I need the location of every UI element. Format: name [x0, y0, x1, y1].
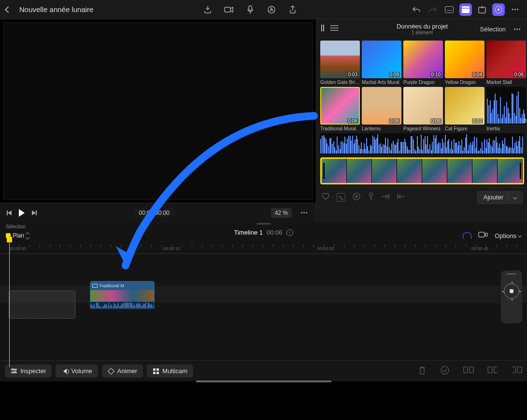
split-button[interactable]	[463, 365, 474, 377]
effects-browser-button[interactable]	[476, 3, 488, 16]
captions-icon	[445, 6, 454, 13]
clip-name: Purple Dragon	[403, 80, 443, 85]
clip-thumbnail: 0:03	[320, 41, 360, 78]
zoom-level[interactable]: 42 %	[271, 208, 292, 218]
primary-storyline-track	[0, 286, 527, 303]
ellipsis-icon	[301, 212, 307, 213]
browser-more-button[interactable]	[511, 23, 523, 35]
chevron-down-icon	[513, 195, 517, 199]
clip-thumbnail: 0:08	[403, 87, 443, 125]
svg-rect-1	[249, 6, 252, 11]
clip-thumbnail: 0:06	[486, 41, 526, 78]
captions-button[interactable]	[443, 3, 456, 16]
viewer-panel: 00:00:00:00 42 %	[0, 19, 316, 222]
redo-button[interactable]	[427, 3, 439, 16]
play-button[interactable]	[18, 210, 25, 216]
sliders-icon	[11, 369, 17, 373]
enable-disable-button[interactable]	[440, 365, 450, 377]
svg-rect-15	[517, 367, 522, 373]
timeline-selection-label: Sélection	[6, 224, 26, 229]
voiceover-button[interactable]	[244, 3, 256, 16]
trim-start-button[interactable]	[487, 365, 498, 377]
svg-rect-14	[488, 367, 492, 373]
reject-button[interactable]	[337, 193, 345, 202]
multicam-icon	[153, 368, 159, 374]
clip-item[interactable]: 0:04Yellow Dragon	[445, 41, 484, 85]
clip-item[interactable]: 0:11Inertia	[486, 87, 526, 131]
info-icon[interactable]: i	[286, 229, 293, 236]
clip-item[interactable]: 0:06Traditional Mural	[320, 87, 360, 131]
favorite-button[interactable]	[321, 193, 330, 202]
list-view-button[interactable]	[330, 25, 339, 33]
volume-button[interactable]: Volume	[56, 364, 98, 378]
timeline-header: Sélection Plan Timeline 1 00:06 i Option…	[0, 222, 527, 240]
ruler-label: 00:00:00	[9, 246, 26, 251]
keyword-button[interactable]	[368, 192, 374, 203]
clip-thumbnail: 0:04	[445, 41, 484, 78]
svg-point-11	[441, 366, 449, 374]
clip-item[interactable]: 0:06Market Stall	[486, 41, 526, 85]
clip-item[interactable]: 0:09Martial Arts Mural	[362, 41, 401, 85]
animate-button[interactable]: Animer	[102, 364, 143, 378]
jog-wheel[interactable]	[501, 270, 522, 323]
trim-end-button[interactable]	[512, 365, 522, 377]
clip-item[interactable]: 0:08Pageant Winners	[403, 87, 443, 131]
svg-rect-4	[479, 7, 485, 13]
project-title: Nouvelle année lunaire	[19, 5, 93, 14]
timeline-clip[interactable]: Traditional M	[90, 281, 155, 309]
viewer-options-button[interactable]	[298, 207, 310, 219]
clip-item[interactable]: 0:06Lanterns	[362, 87, 401, 131]
svg-rect-13	[470, 367, 473, 373]
ellipsis-icon	[512, 9, 518, 10]
import-button[interactable]	[201, 3, 214, 16]
svg-point-8	[370, 193, 373, 196]
previous-frame-button[interactable]	[6, 210, 13, 216]
clip-thumbnail: 0:11	[486, 87, 526, 125]
clip-item[interactable]: 0:03Golden Gate Bridge	[320, 41, 360, 85]
multicam-button[interactable]: Multicam	[147, 364, 193, 378]
add-to-timeline-button[interactable]: Ajouter	[477, 191, 523, 204]
clip-audio-waveform	[90, 302, 154, 308]
camera-button[interactable]	[223, 3, 235, 16]
svg-rect-3	[462, 6, 470, 13]
media-browser-button[interactable]	[459, 3, 472, 16]
clip-duration: 0:06	[347, 118, 358, 124]
playhead[interactable]	[9, 239, 10, 367]
back-button[interactable]: Nouvelle année lunaire	[6, 5, 93, 14]
titles-button[interactable]	[265, 3, 278, 16]
pause-icon[interactable]	[321, 25, 324, 33]
selection-mode-button[interactable]: Sélection	[480, 26, 506, 33]
clip-name: Inertia	[486, 126, 526, 131]
clip-item[interactable]: 0:02Cat Figure	[445, 87, 484, 131]
clip-duration: 0:08	[430, 118, 442, 124]
svg-rect-9	[479, 232, 484, 237]
next-frame-button[interactable]	[31, 210, 38, 216]
marker-in-button[interactable]	[381, 193, 390, 202]
more-options-button[interactable]	[509, 3, 521, 16]
timeline-options-button[interactable]: Options	[495, 232, 521, 239]
selected-clip-filmstrip[interactable]	[320, 157, 524, 184]
home-indicator	[196, 380, 331, 382]
snapping-button[interactable]	[463, 232, 471, 239]
clip-label: Traditional M	[99, 283, 124, 288]
undo-button[interactable]	[410, 3, 423, 16]
inspect-button[interactable]: Inspecter	[5, 364, 52, 378]
clip-duration: 0:09	[389, 72, 400, 77]
timeline-tracks[interactable]: Traditional M	[0, 256, 527, 352]
inspector-toggle-button[interactable]	[492, 3, 505, 16]
clip-item[interactable]: 0:10Purple Dragon	[403, 41, 443, 85]
timeline-ruler[interactable]: 00:00:0000:00:1500:00:3000:00:45	[0, 244, 527, 254]
marker-out-button[interactable]	[397, 193, 405, 202]
clip-duration: 0:04	[472, 72, 483, 77]
browser-header: Données du projet 1 élément Sélection	[316, 19, 527, 39]
speaker-icon	[63, 369, 67, 374]
delete-button[interactable]	[418, 365, 427, 377]
viewer-canvas[interactable]	[3, 22, 313, 200]
audio-waveform-preview[interactable]	[320, 133, 524, 154]
share-button[interactable]	[286, 3, 299, 16]
viewer-controls: 00:00:00:00 42 %	[0, 203, 316, 222]
timecode-display[interactable]: 00:00:00:00	[134, 209, 174, 217]
tools-button[interactable]	[478, 231, 488, 240]
clear-rating-button[interactable]	[352, 192, 361, 203]
clip-name: Golden Gate Bridge	[320, 80, 360, 85]
